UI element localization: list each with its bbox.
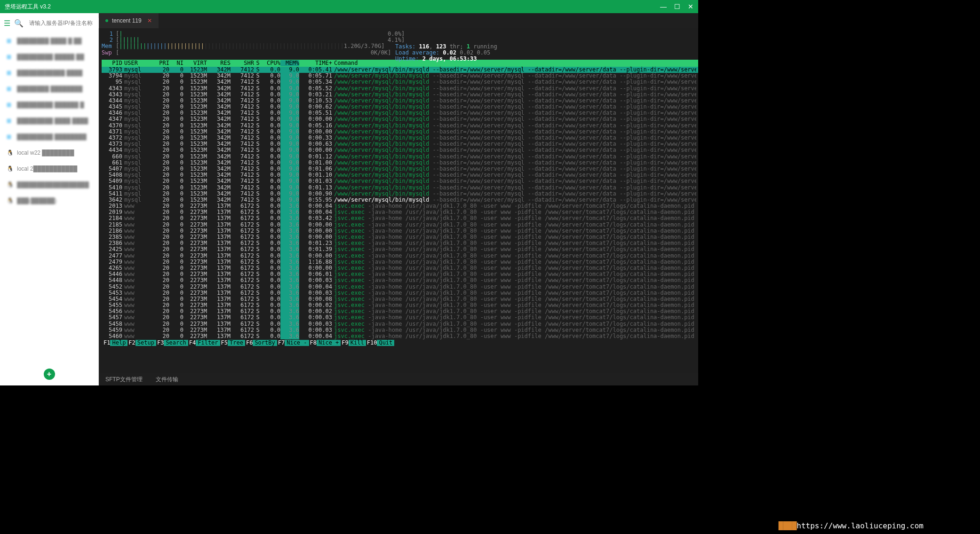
proc-row[interactable]: 5409mysql2001523M342M7412S0.09.00:01.03/…	[102, 178, 698, 184]
titlebar[interactable]: 堡塔远程工具 v3.2 — ☐ ✕	[0, 0, 698, 13]
windows-icon: ⊞	[7, 54, 13, 60]
server-label: ██████████████████	[17, 181, 89, 188]
linux-icon: 🐧	[7, 197, 13, 204]
status-bar: SFTP文件管理 文件传输	[99, 373, 698, 385]
proc-row[interactable]: 5457www2002273M137M6172S0.03.60:00.03jsv…	[102, 314, 698, 321]
transfer-link[interactable]: 文件传输	[156, 376, 178, 384]
server-label: █████████ ████████	[17, 134, 87, 140]
proc-row[interactable]: 4347mysql2001523M342M7412S0.09.00:00.00/…	[102, 116, 698, 122]
tab-label: tencent 119	[112, 17, 142, 24]
linux-icon: 🐧	[7, 181, 13, 188]
server-label: ████████ ████ █ ██	[17, 38, 82, 44]
server-item[interactable]: ⊞████████ ████ █ ██	[0, 33, 98, 49]
proc-row[interactable]: 5453www2002273M137M6172S0.03.60:00.03jsv…	[102, 290, 698, 296]
server-label: local w22 ████████	[17, 149, 74, 156]
tabbar: tencent 119 ✕	[99, 13, 698, 28]
server-item[interactable]: ⊞█████████ ████████	[0, 129, 98, 145]
proc-row[interactable]: 4434mysql2001523M342M7412S0.09.00:00.00/…	[102, 147, 698, 153]
server-label: █████████ ████ ████	[17, 118, 88, 124]
server-item[interactable]: 🐧███(██████)	[0, 193, 98, 209]
server-item[interactable]: ⊞█████████ ██████ █	[0, 97, 98, 113]
proc-row[interactable]: 2477www2002273M137M6172S0.03.60:00.00jsv…	[102, 253, 698, 259]
proc-row[interactable]: 5452www2002273M137M6172S0.03.60:00.04jsv…	[102, 284, 698, 290]
proc-row[interactable]: 4343mysql2001523M342M7412S0.09.00:05.52/…	[102, 86, 698, 92]
menu-icon[interactable]: ☰	[4, 19, 10, 28]
content-area: tencent 119 ✕ 1[| 0.0%]2[||||||	[99, 13, 698, 385]
server-item[interactable]: ⊞█████████ ████ ████	[0, 113, 98, 129]
proc-row[interactable]: 2184www2002273M137M6172S0.03.60:03.42jsv…	[102, 215, 698, 221]
server-item[interactable]: 🐧local w22 ████████	[0, 145, 98, 161]
fn-bar[interactable]: F1HelpF2SetupF3SearchF4FilterF5TreeF6Sor…	[102, 339, 698, 346]
proc-row[interactable]: 5460www2002273M137M6172S0.03.60:00.04jsv…	[102, 333, 698, 339]
terminal[interactable]: 1[| 0.0%]2[|||||| 4.1%]Mem[|||||||||||||…	[99, 28, 698, 373]
server-item[interactable]: 🐧local 2███████████	[0, 161, 98, 177]
windows-icon: ⊞	[7, 86, 13, 92]
sidebar-search: ☰ 🔍	[0, 13, 98, 33]
server-label: █████████ ██████ █	[17, 102, 84, 108]
windows-icon: ⊞	[7, 118, 13, 124]
main-window: 堡塔远程工具 v3.2 — ☐ ✕ ☰ 🔍 ⊞████████ ████ █ █…	[0, 0, 698, 385]
search-input[interactable]	[27, 18, 102, 28]
server-label: █████████ █████ ██	[17, 54, 84, 60]
proc-row[interactable]: 95mysql2001523M342M7412S0.09.00:05.34/ww…	[102, 79, 698, 85]
proc-row[interactable]: 5458www2002273M137M6172S0.03.60:00.03jsv…	[102, 321, 698, 327]
htop-stats: Tasks: 116, 123 thr; 1 runningLoad avera…	[395, 44, 497, 63]
windows-icon: ⊞	[7, 38, 13, 44]
search-icon: 🔍	[14, 19, 24, 28]
linux-icon: 🐧	[7, 165, 13, 172]
windows-icon: ⊞	[7, 134, 13, 140]
server-item[interactable]: ⊞████████ ████████	[0, 81, 98, 97]
proc-row[interactable]: 661mysql2001523M342M7412S0.09.00:01.00/w…	[102, 160, 698, 166]
proc-row[interactable]: 2425www2002273M137M6172S0.03.60:01.39jsv…	[102, 246, 698, 252]
minimize-icon[interactable]: —	[660, 3, 667, 10]
server-item[interactable]: ⊞█████████ █████ ██	[0, 49, 98, 65]
watermark: ████https://www.laoliuceping.com	[779, 521, 924, 530]
tab-tencent119[interactable]: tencent 119 ✕	[99, 13, 159, 28]
sidebar: ☰ 🔍 ⊞████████ ████ █ ██⊞█████████ █████ …	[0, 13, 99, 385]
proc-row[interactable]: 2479www2002273M137M6172S0.03.61:16.88jsv…	[102, 259, 698, 265]
close-icon[interactable]: ✕	[688, 3, 693, 10]
windows-icon: ⊞	[7, 102, 13, 108]
server-item[interactable]: 🐧██████████████████	[0, 177, 98, 193]
server-label: ████████████ ████	[17, 70, 82, 76]
proc-row[interactable]: 660mysql2001523M342M7412S0.09.00:01.12/w…	[102, 154, 698, 160]
proc-row[interactable]: 2185www2002273M137M6172S0.03.60:00.00jsv…	[102, 222, 698, 228]
proc-row[interactable]: 5411mysql2001523M342M7412S0.09.00:00.90/…	[102, 191, 698, 197]
window-controls: — ☐ ✕	[660, 3, 693, 10]
proc-row[interactable]: 5410mysql2001523M342M7412S0.09.00:01.13/…	[102, 185, 698, 191]
tab-status-icon	[105, 19, 108, 22]
server-label: ███(██████)	[17, 197, 57, 204]
add-server-button[interactable]: +	[44, 369, 55, 380]
proc-row[interactable]: 5448www2002273M137M6172S0.03.60:00.03jsv…	[102, 277, 698, 283]
linux-icon: 🐧	[7, 149, 13, 156]
server-label: local 2███████████	[17, 165, 77, 172]
app-title: 堡塔远程工具 v3.2	[5, 3, 51, 11]
sftp-link[interactable]: SFTP文件管理	[105, 376, 143, 384]
tab-close-icon[interactable]: ✕	[147, 17, 152, 24]
proc-row[interactable]: 4343mysql2001523M342M7412S0.09.00:03.21/…	[102, 92, 698, 98]
windows-icon: ⊞	[7, 70, 13, 76]
server-list: ⊞████████ ████ █ ██⊞█████████ █████ ██⊞█…	[0, 33, 98, 363]
proc-row[interactable]: 4370mysql2001523M342M7412S0.09.00:05.16/…	[102, 123, 698, 129]
maximize-icon[interactable]: ☐	[674, 3, 680, 10]
server-item[interactable]: ⊞████████████ ████	[0, 65, 98, 81]
server-label: ████████ ████████	[17, 86, 82, 92]
